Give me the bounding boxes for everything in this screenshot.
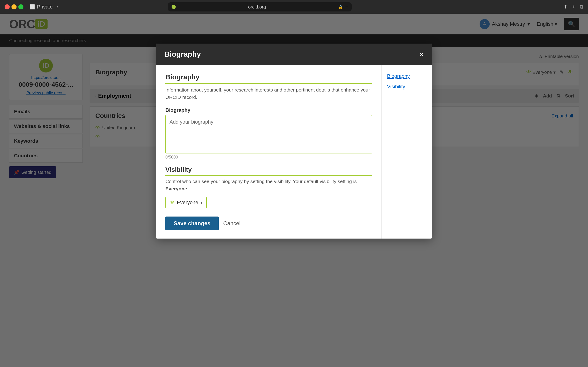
modal-main-content: Biography Information about yourself, yo… — [156, 65, 381, 239]
back-button[interactable]: ‹ — [54, 3, 60, 11]
biography-textarea-wrapper — [165, 115, 372, 153]
new-tab-icon[interactable]: + — [572, 4, 575, 10]
modal-sidebar-nav: Biography Visibility — [381, 65, 432, 239]
visibility-default-setting: Everyone — [165, 186, 187, 191]
maximize-button-traffic[interactable] — [18, 4, 23, 9]
visibility-dropdown-label: Everyone — [177, 200, 198, 206]
modal-biography-heading: Biography — [165, 73, 372, 84]
modal-visibility-description: Control who can see your biography by se… — [165, 178, 372, 192]
url-text: orcid.org — [178, 4, 337, 10]
biography-modal: Biography × Biography Information about … — [156, 44, 432, 239]
traffic-lights — [5, 4, 23, 9]
modal-body: Biography Information about yourself, yo… — [156, 65, 432, 239]
share-icon[interactable]: ⬆ — [563, 4, 568, 10]
browser-chrome: ⬜ Private ‹ orcid.org 🔒 ··· ⬆ + ⧉ — [0, 0, 588, 14]
cancel-button[interactable]: Cancel — [223, 220, 241, 227]
visibility-desc-prefix: Control who can see your biography by se… — [165, 179, 357, 184]
modal-visibility-section: Visibility Control who can see your biog… — [165, 166, 372, 217]
modal-visibility-heading: Visibility — [165, 166, 372, 176]
modal-close-button[interactable]: × — [419, 51, 424, 58]
visibility-dropdown[interactable]: 👁 Everyone ▾ — [165, 197, 207, 208]
visibility-eye-icon: 👁 — [170, 200, 174, 206]
tab-area: ⬜ Private ‹ — [29, 3, 60, 11]
tab-label: Private — [37, 4, 52, 10]
minimize-button-traffic[interactable] — [11, 4, 17, 9]
modal-actions: Save changes Cancel — [165, 217, 372, 230]
modal-sidebar-link-biography[interactable]: Biography — [387, 73, 426, 79]
modal-sidebar-link-visibility[interactable]: Visibility — [387, 84, 426, 90]
visibility-desc-suffix: . — [187, 186, 189, 191]
windows-icon[interactable]: ⧉ — [580, 4, 583, 10]
url-bar[interactable]: orcid.org 🔒 ··· — [168, 2, 352, 11]
favicon — [172, 5, 176, 9]
lock-icon: 🔒 — [338, 5, 343, 9]
browser-actions: ⬆ + ⧉ — [563, 4, 583, 10]
modal-title: Biography — [164, 50, 201, 58]
modal-biography-description: Information about yourself, your researc… — [165, 86, 372, 101]
char-count: 0/5000 — [165, 155, 372, 160]
more-icon[interactable]: ··· — [345, 5, 348, 9]
visibility-dropdown-chevron-icon: ▾ — [200, 200, 203, 205]
close-button-traffic[interactable] — [5, 4, 10, 9]
page-background: ORC iD A Akshay Mestry ▾ English ▾ 🔍 Con… — [0, 14, 588, 367]
modal-header: Biography × — [156, 44, 432, 65]
biography-field-label: Biography — [165, 107, 372, 113]
biography-textarea[interactable] — [166, 115, 372, 152]
save-changes-button[interactable]: Save changes — [165, 217, 219, 230]
modal-biography-section: Biography Information about yourself, yo… — [165, 73, 372, 160]
